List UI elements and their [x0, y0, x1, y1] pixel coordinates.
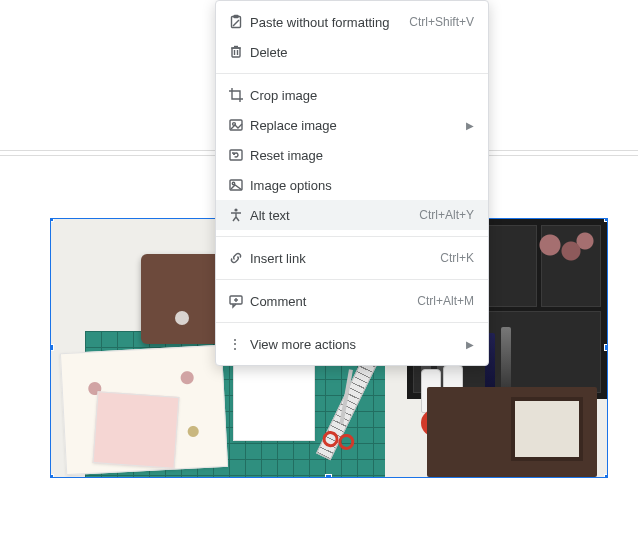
more-icon: ⋮: [228, 337, 250, 351]
menu-item-label: Image options: [250, 178, 474, 193]
resize-handle-l[interactable]: [50, 344, 54, 351]
menu-separator: [216, 279, 488, 280]
resize-handle-br[interactable]: [604, 474, 608, 478]
image-options-icon: [228, 177, 250, 193]
menu-item-label: Replace image: [250, 118, 454, 133]
comment-icon: [228, 293, 250, 309]
accessibility-icon: [228, 207, 250, 223]
context-menu: Paste without formatting Ctrl+Shift+V De…: [215, 0, 489, 366]
submenu-arrow-icon: ▶: [454, 120, 474, 131]
svg-point-13: [234, 208, 237, 211]
menu-item-alt-text[interactable]: Alt text Ctrl+Alt+Y: [216, 200, 488, 230]
editor-canvas: Paste without formatting Ctrl+Shift+V De…: [0, 0, 638, 543]
menu-item-paste-without-formatting[interactable]: Paste without formatting Ctrl+Shift+V: [216, 7, 488, 37]
paste-no-format-icon: [228, 14, 250, 30]
menu-item-label: Reset image: [250, 148, 474, 163]
resize-handle-b[interactable]: [325, 474, 332, 478]
menu-separator: [216, 73, 488, 74]
pink-card: [93, 391, 180, 469]
menu-item-label: View more actions: [250, 337, 454, 352]
menu-item-label: Crop image: [250, 88, 474, 103]
notebook-clasp: [175, 311, 189, 325]
resize-handle-tl[interactable]: [50, 218, 54, 222]
menu-item-replace-image[interactable]: Replace image ▶: [216, 110, 488, 140]
menu-item-delete[interactable]: Delete: [216, 37, 488, 67]
menu-item-label: Comment: [250, 294, 405, 309]
menu-item-comment[interactable]: Comment Ctrl+Alt+M: [216, 286, 488, 316]
menu-item-shortcut: Ctrl+Alt+Y: [407, 208, 474, 222]
resize-handle-r[interactable]: [604, 344, 608, 351]
menu-separator: [216, 236, 488, 237]
submenu-arrow-icon: ▶: [454, 339, 474, 350]
menu-item-view-more-actions[interactable]: ⋮ View more actions ▶: [216, 329, 488, 359]
menu-item-image-options[interactable]: Image options: [216, 170, 488, 200]
svg-rect-3: [232, 48, 240, 57]
menu-separator: [216, 322, 488, 323]
menu-item-label: Delete: [250, 45, 474, 60]
dried-flowers: [529, 229, 599, 269]
trash-icon: [228, 44, 250, 60]
svg-line-2: [233, 20, 239, 26]
crop-icon: [228, 87, 250, 103]
replace-image-icon: [228, 117, 250, 133]
menu-item-crop-image[interactable]: Crop image: [216, 80, 488, 110]
svg-rect-10: [230, 150, 242, 160]
svg-point-12: [232, 182, 234, 184]
menu-item-reset-image[interactable]: Reset image: [216, 140, 488, 170]
menu-item-shortcut: Ctrl+K: [428, 251, 474, 265]
menu-item-label: Alt text: [250, 208, 407, 223]
menu-item-insert-link[interactable]: Insert link Ctrl+K: [216, 243, 488, 273]
resize-handle-bl[interactable]: [50, 474, 54, 478]
menu-item-shortcut: Ctrl+Alt+M: [405, 294, 474, 308]
wooden-box: [427, 387, 597, 477]
link-icon: [228, 250, 250, 266]
menu-item-shortcut: Ctrl+Shift+V: [397, 15, 474, 29]
menu-item-label: Paste without formatting: [250, 15, 397, 30]
reset-image-icon: [228, 147, 250, 163]
resize-handle-tr[interactable]: [604, 218, 608, 222]
menu-item-label: Insert link: [250, 251, 428, 266]
